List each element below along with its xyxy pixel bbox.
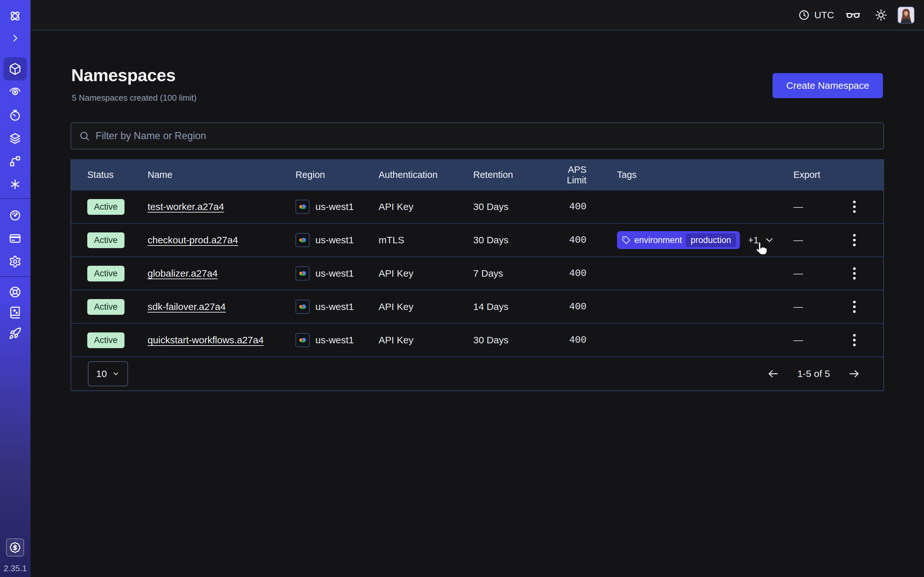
region-label: us-west1 bbox=[315, 235, 354, 245]
timezone-selector[interactable]: UTC bbox=[798, 0, 834, 30]
theme-toggle[interactable] bbox=[875, 0, 887, 30]
namespace-link[interactable]: checkout-prod.a27a4 bbox=[148, 235, 238, 245]
usage-gauge-icon bbox=[9, 209, 21, 222]
search-icon bbox=[79, 131, 90, 141]
col-status: Status bbox=[71, 169, 148, 180]
status-badge: Active bbox=[87, 266, 124, 282]
namespace-count: 5 Namespaces created (100 limit) bbox=[72, 93, 197, 103]
filter-input[interactable] bbox=[95, 130, 876, 142]
row-actions-kebab-icon[interactable] bbox=[851, 198, 858, 215]
row-actions-kebab-icon[interactable] bbox=[851, 298, 858, 316]
namespaces-table: Status Name Region Authentication Retent… bbox=[71, 159, 884, 391]
sidebar-item-settings[interactable] bbox=[5, 251, 25, 272]
sidebar-item-schedules[interactable] bbox=[5, 105, 25, 126]
create-namespace-button[interactable]: Create Namespace bbox=[772, 73, 883, 98]
next-page-button[interactable] bbox=[848, 367, 860, 380]
retention-value: 30 Days bbox=[473, 201, 548, 212]
region-label: us-west1 bbox=[315, 335, 354, 346]
sidebar-expand-chevron-right-icon[interactable] bbox=[5, 28, 25, 48]
table-row: Active sdk-failover.a27a4 us-west1 API K… bbox=[71, 290, 883, 323]
export-value: — bbox=[791, 301, 838, 312]
tags-more-count: +1 bbox=[748, 235, 759, 245]
namespace-link[interactable]: quickstart-workflows.a27a4 bbox=[148, 335, 264, 345]
namespace-link[interactable]: sdk-failover.a27a4 bbox=[148, 301, 226, 312]
workflow-branch-icon bbox=[9, 155, 21, 168]
tag-value: production bbox=[686, 234, 736, 247]
status-badge: Active bbox=[87, 299, 124, 315]
aps-limit-value: 400 bbox=[548, 235, 586, 245]
table-row: Active checkout-prod.a27a4 us-west1 mTLS… bbox=[71, 223, 883, 256]
gcp-region-icon bbox=[296, 200, 310, 214]
tag-icon bbox=[622, 236, 630, 244]
sidebar-item-support[interactable] bbox=[5, 282, 25, 302]
namespaces-cube-icon bbox=[9, 63, 21, 75]
table-row: Active quickstart-workflows.a27a4 us-wes… bbox=[71, 323, 883, 356]
glasses-icon bbox=[846, 8, 861, 23]
export-value: — bbox=[791, 268, 838, 279]
temporal-logo-icon[interactable] bbox=[5, 6, 25, 26]
billing-card-icon bbox=[9, 232, 21, 245]
page-title: Namespaces bbox=[71, 65, 176, 85]
app-version: 2.35.1 bbox=[0, 564, 31, 574]
namespace-link[interactable]: test-worker.a27a4 bbox=[148, 201, 224, 212]
clock-icon bbox=[798, 9, 810, 21]
auth-method: API Key bbox=[379, 201, 473, 212]
prev-page-button[interactable] bbox=[767, 367, 779, 380]
col-name: Name bbox=[148, 169, 296, 180]
region-label: us-west1 bbox=[315, 301, 354, 312]
row-actions-kebab-icon[interactable] bbox=[851, 332, 858, 349]
plan-badge-button[interactable] bbox=[6, 538, 24, 556]
col-region: Region bbox=[296, 169, 379, 180]
sun-icon bbox=[875, 9, 887, 21]
sidebar-item-namespaces[interactable] bbox=[3, 57, 27, 81]
badge-dollar-icon bbox=[9, 542, 21, 553]
table-footer: 10 1-5 of 5 bbox=[71, 356, 883, 390]
sidebar-item-batch-operations[interactable] bbox=[5, 174, 25, 195]
page-size-select[interactable]: 10 bbox=[88, 361, 128, 386]
region-label: us-west1 bbox=[315, 268, 354, 279]
pagination: 1-5 of 5 bbox=[767, 367, 860, 380]
sidebar-item-nexus[interactable] bbox=[5, 81, 25, 102]
status-badge: Active bbox=[87, 332, 124, 348]
export-value: — bbox=[791, 235, 838, 245]
arrow-left-icon bbox=[767, 367, 779, 380]
sidebar: 2.35.1 bbox=[0, 0, 31, 577]
row-actions-kebab-icon[interactable] bbox=[851, 231, 858, 249]
sidebar-item-usage[interactable] bbox=[5, 205, 25, 226]
auth-method: API Key bbox=[379, 301, 473, 312]
arrow-right-icon bbox=[848, 367, 860, 380]
sidebar-divider bbox=[0, 276, 31, 277]
col-retention: Retention bbox=[473, 169, 548, 180]
row-actions-kebab-icon[interactable] bbox=[851, 265, 858, 282]
retention-value: 7 Days bbox=[473, 268, 548, 279]
gcp-region-icon bbox=[296, 333, 310, 347]
topbar: UTC bbox=[31, 0, 924, 31]
labs-toggle[interactable] bbox=[846, 0, 861, 30]
aps-limit-value: 400 bbox=[548, 268, 586, 279]
schedules-timer-icon bbox=[9, 109, 21, 122]
timezone-label: UTC bbox=[814, 10, 834, 21]
tags-expand-chevron-icon[interactable] bbox=[764, 235, 774, 245]
getting-started-rocket-icon bbox=[9, 327, 21, 340]
region-label: us-west1 bbox=[315, 201, 354, 212]
sidebar-item-docs[interactable] bbox=[5, 302, 25, 323]
auth-method: API Key bbox=[379, 335, 473, 346]
chevron-down-icon bbox=[112, 370, 120, 378]
sidebar-divider bbox=[0, 198, 31, 199]
sidebar-item-workflows[interactable] bbox=[5, 151, 25, 171]
layers-icon bbox=[9, 132, 21, 145]
settings-gear-icon bbox=[9, 255, 21, 268]
retention-value: 30 Days bbox=[473, 335, 548, 346]
col-authentication: Authentication bbox=[379, 169, 473, 180]
namespace-link[interactable]: globalizer.a27a4 bbox=[148, 268, 218, 279]
page-size-value: 10 bbox=[96, 368, 107, 379]
sidebar-item-getting-started[interactable] bbox=[5, 323, 25, 343]
auth-method: mTLS bbox=[379, 235, 473, 245]
sidebar-item-deployments[interactable] bbox=[5, 128, 25, 149]
docs-book-icon bbox=[9, 306, 21, 319]
export-value: — bbox=[791, 201, 838, 212]
user-avatar[interactable] bbox=[897, 6, 915, 24]
retention-value: 30 Days bbox=[473, 235, 548, 245]
sidebar-item-billing[interactable] bbox=[5, 228, 25, 249]
tag-pill[interactable]: environment production bbox=[617, 231, 740, 249]
